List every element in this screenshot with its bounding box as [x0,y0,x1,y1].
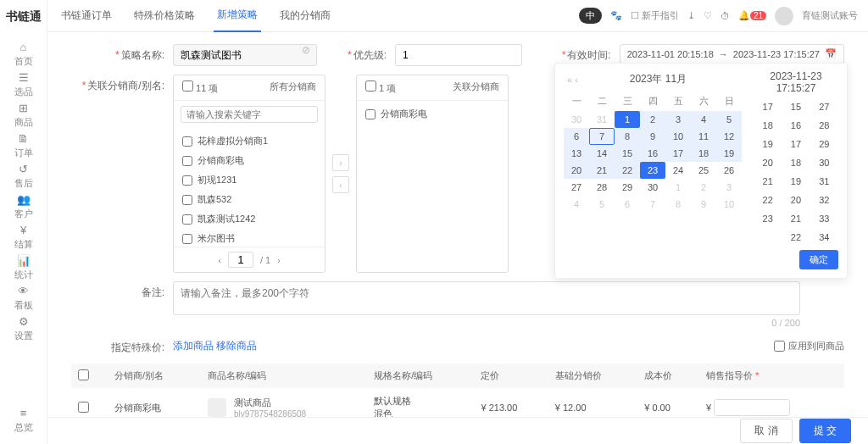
sidebar-item[interactable]: 🗎订单 [0,130,47,161]
calendar-day[interactable]: 7 [589,128,615,145]
calendar-day[interactable]: 13 [564,145,589,162]
calendar-day[interactable]: 5 [589,196,615,213]
calendar-day[interactable]: 10 [665,128,691,145]
transfer-item[interactable]: 凯森532 [174,190,325,209]
calendar-day[interactable]: 16 [640,145,665,162]
calendar-time-cell[interactable]: 21 [782,211,810,226]
calendar-day[interactable]: 8 [615,128,640,145]
calendar-confirm-button[interactable]: 确定 [799,250,838,269]
calendar-day[interactable]: 9 [691,196,716,213]
top-tab[interactable]: 新增策略 [214,0,261,32]
calendar-time-cell[interactable]: 31 [810,174,838,189]
row-checkbox[interactable] [78,402,89,413]
calendar-time-cell[interactable]: 33 [810,211,838,226]
calendar-time-cell[interactable]: 17 [782,136,810,152]
calendar-day[interactable]: 1 [665,179,691,196]
calendar-day[interactable]: 8 [665,196,691,213]
guide-link[interactable]: ☐ 新手指引 [631,9,679,22]
sidebar-overview[interactable]: ≡ 总览 [0,405,47,436]
add-goods-link[interactable]: 添加商品 [173,339,214,353]
heart-icon[interactable]: ♡ [704,10,712,21]
calendar-day[interactable]: 19 [716,145,742,162]
top-tab[interactable]: 书链通订单 [58,0,115,32]
username[interactable]: 育链测试账号 [802,9,858,22]
calendar-time-cell[interactable]: 17 [754,99,782,114]
cal-prev[interactable]: « ‹ [567,75,578,85]
sidebar-item[interactable]: ⚙设置 [0,314,47,344]
guide-price-input[interactable] [714,399,790,416]
top-tab[interactable]: 我的分销商 [276,0,334,32]
clock-icon[interactable]: ⏱ [721,11,730,21]
calendar-day[interactable]: 14 [589,145,615,162]
calendar-time-cell[interactable]: 30 [810,155,838,170]
calendar-day[interactable]: 30 [640,179,665,196]
calendar-day[interactable]: 1 [615,111,640,128]
transfer-item[interactable]: 分销商彩电 [357,104,508,124]
calendar-day[interactable]: 2 [691,179,716,196]
sidebar-item[interactable]: 📊统计 [0,253,47,283]
remark-textarea[interactable] [173,281,800,315]
avatar[interactable] [775,7,793,25]
cancel-button[interactable]: 取 消 [740,419,792,443]
calendar-day[interactable]: 7 [640,196,665,213]
apply-same-checkbox[interactable]: 应用到同商品 [774,340,844,352]
date-range-input[interactable]: 2023-11-01 20:15:18 → 2023-11-23 17:15:2… [620,44,844,64]
sidebar-item[interactable]: ¥结算 [0,222,47,253]
calendar-time-cell[interactable]: 27 [810,99,838,114]
move-left-button[interactable]: ‹ [332,176,349,193]
transfer-item[interactable]: 米尔图书 [174,229,325,247]
transfer-item[interactable]: 花梓虚拟分销商1 [174,131,325,151]
calendar-time-cell[interactable]: 18 [754,118,782,133]
sidebar-item[interactable]: 👥客户 [0,191,47,222]
calendar-time-cell[interactable]: 34 [810,230,838,245]
calendar-day[interactable]: 4 [691,111,716,128]
strategy-name-input[interactable] [173,44,317,66]
calendar-day[interactable]: 26 [716,162,742,179]
calendar-day[interactable]: 21 [589,162,615,179]
calendar-time-cell[interactable]: 20 [782,192,810,208]
right-check-all[interactable] [365,80,376,92]
calendar-time-cell[interactable]: 16 [782,118,810,133]
calendar-day[interactable]: 12 [716,128,742,145]
calendar-day[interactable]: 5 [716,111,742,128]
calendar-time-cell[interactable]: 20 [754,155,782,170]
bell-icon[interactable]: 🔔21 [738,10,766,21]
calendar-time-cell[interactable]: 21 [754,174,782,189]
page-input[interactable] [228,252,253,268]
remove-goods-link[interactable]: 移除商品 [216,339,257,353]
submit-button[interactable]: 提 交 [799,419,851,443]
sidebar-item[interactable]: 👁看板 [0,283,47,314]
transfer-search-input[interactable] [181,106,318,123]
check-all[interactable] [78,369,89,380]
calendar-day[interactable]: 28 [589,179,615,196]
sidebar-item[interactable]: ⊞商品 [0,100,47,130]
page-next[interactable]: › [277,255,281,265]
calendar-time-cell[interactable]: 22 [782,230,810,245]
calendar-time-cell[interactable]: 15 [782,99,810,114]
calendar-day[interactable]: 6 [615,196,640,213]
calendar-time-cell[interactable]: 19 [782,174,810,189]
calendar-time-cell[interactable]: 32 [810,192,838,208]
paw-icon[interactable]: 🐾 [610,10,622,21]
sidebar-item[interactable]: ☰选品 [0,69,47,100]
calendar-day[interactable]: 11 [691,128,716,145]
calendar-day[interactable]: 30 [564,111,589,128]
left-check-all[interactable] [182,80,193,92]
calendar-day[interactable]: 20 [564,162,589,179]
calendar-day[interactable]: 17 [665,145,691,162]
calendar-day[interactable]: 10 [716,196,742,213]
calendar-day[interactable]: 27 [564,179,589,196]
lang-switch[interactable]: 中 [579,8,602,24]
calendar-time-cell[interactable] [754,230,782,245]
calendar-time-cell[interactable]: 18 [782,155,810,170]
calendar-day[interactable]: 24 [665,162,691,179]
calendar-day[interactable]: 4 [564,196,589,213]
calendar-day[interactable]: 23 [640,162,665,179]
calendar-day[interactable]: 25 [691,162,716,179]
calendar-day[interactable]: 31 [589,111,615,128]
calendar-time-cell[interactable]: 23 [754,211,782,226]
move-right-button[interactable]: › [332,154,349,171]
page-prev[interactable]: ‹ [218,255,221,265]
calendar-day[interactable]: 3 [665,111,691,128]
transfer-item[interactable]: 初现1231 [174,170,325,190]
